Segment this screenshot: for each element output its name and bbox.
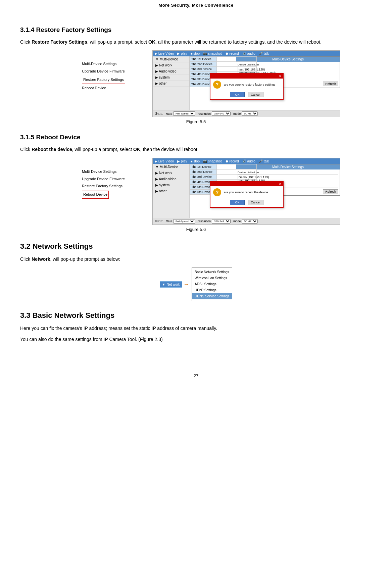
label-reboot-box: Reboot Device xyxy=(82,191,125,199)
table-row: The 3rd Device xyxy=(190,174,257,179)
left-labels-55: Multi-Device Settings Upgrade Device Fir… xyxy=(82,60,125,92)
sidebar-multi-device-56: ▼ Multi-Device xyxy=(153,164,189,170)
toolbar-livevideo-56: ▶ Live Video xyxy=(155,159,174,163)
net-sidebar-button: ▼ Net work xyxy=(160,281,182,288)
radio-btn-55: ⦿ □ □ xyxy=(155,112,163,115)
refresh-btn-55[interactable]: Refresh xyxy=(323,82,338,86)
section-314-para: Click Restore Factory Settings, will pop… xyxy=(20,38,372,46)
bold-reboot: Reboot the device xyxy=(32,147,72,152)
radio-btn-56: ⦿ □ □ xyxy=(155,219,163,223)
net-menu-upnp[interactable]: UPnP Settings xyxy=(192,287,232,293)
confirm-body-56: ? are you sure to reboot the device xyxy=(210,186,283,198)
resolution-select-55[interactable]: 320*240 xyxy=(212,111,231,116)
bold-restore: Restore Factory Settings xyxy=(32,39,87,45)
table-row: The 1st Device xyxy=(190,57,257,62)
confirm-close-icon-55[interactable]: ✕ xyxy=(279,75,282,78)
screenshot-56: Multi-Device Settings Upgrade Device Fir… xyxy=(82,158,310,225)
header-title: More Security, More Convenience xyxy=(0,0,392,10)
dev-label-56-2: The 2nd Device xyxy=(190,169,217,174)
mode-row-56: mode 50 HZ xyxy=(233,219,258,224)
section-33-para1: Here you can fix the camera's IP address… xyxy=(20,325,372,332)
confirm-close-icon-56[interactable]: ✕ xyxy=(279,182,282,186)
page-number: 27 xyxy=(0,373,392,378)
label-upgrade-56: Upgrade Device Firmware xyxy=(82,176,125,183)
confirm-warning-icon-55: ? xyxy=(213,81,221,89)
net-sidebar-label: Net work xyxy=(167,283,180,286)
toolbar-talk-56: 🎤 talk xyxy=(259,159,269,163)
refresh-btn-56[interactable]: Refresh xyxy=(323,189,338,194)
confirm-ok-btn-56[interactable]: OK xyxy=(230,200,244,205)
toolbar-55: ▶ Live Video ▶ play ■ stop 📷 snapshot ⏺ … xyxy=(153,51,340,56)
bold-ok1: OK xyxy=(148,39,155,45)
toolbar-play: ▶ play xyxy=(177,52,187,55)
toolbar-record: ⏺ record xyxy=(225,52,239,55)
net-menu-ddns[interactable]: DDNS Service Settings xyxy=(192,293,232,299)
table-row: The 2nd Device xyxy=(190,62,257,67)
net-menu-basic[interactable]: Basic Network Settings xyxy=(192,269,232,275)
section-32-para: Click Network, will pop-up the prompt as… xyxy=(20,255,372,263)
restore-factory-label: Restore Factory Settings xyxy=(82,76,125,84)
ui-screenshot-56: ▶ Live Video ▶ play ■ stop 📷 snapshot ⏺ … xyxy=(152,158,340,225)
confirm-message-56: are you sure to reboot the device xyxy=(224,191,268,194)
confirm-cancel-btn-55[interactable]: Cancel xyxy=(248,92,263,97)
dev-val-1 xyxy=(217,57,257,62)
toolbar-audio: 🔊 audio xyxy=(242,52,255,55)
dev-val-56-1 xyxy=(217,164,257,169)
confirm-body-55: ? are you sure to restore factory settin… xyxy=(210,79,283,91)
sidebar-audio: ▶ Audio video xyxy=(153,68,189,75)
confirm-btns-55: OK Cancel xyxy=(210,91,283,99)
screenshot-55: Multi-Device Settings Upgrade Device Fir… xyxy=(82,50,310,117)
rate-row-56: Rate Full-Speed xyxy=(166,219,195,224)
figure-55-container: Multi-Device Settings Upgrade Device Fir… xyxy=(20,50,372,124)
sidebar-other-55: ▶ other xyxy=(153,81,189,87)
mode-select-55[interactable]: 50 HZ xyxy=(242,111,258,116)
left-labels-56: Multi-Device Settings Upgrade Device Fir… xyxy=(82,168,125,199)
mode-select-56[interactable]: 50 HZ xyxy=(242,219,258,224)
rate-label-56: Rate xyxy=(166,219,172,223)
toolbar-snapshot-56: 📷 snapshot xyxy=(203,159,222,163)
toolbar-snapshot: 📷 snapshot xyxy=(203,52,222,55)
content-area-55: Multi-Device Settings Device List in Lan… xyxy=(190,56,340,110)
arrow-right-icon: → xyxy=(184,281,189,287)
toolbar-talk: 🎤 talk xyxy=(259,52,269,55)
resolution-select-56[interactable]: 320*243 xyxy=(212,219,231,224)
page-header: More Security, More Convenience xyxy=(0,0,392,10)
rate-label-55: Rate xyxy=(166,112,172,115)
confirm-dialog-55: ✕ ? are you sure to restore factory sett… xyxy=(210,73,284,100)
toolbar-stop-56: ■ stop xyxy=(190,159,200,163)
section-314-heading: 3.1.4 Restore Factory Settings xyxy=(20,26,372,34)
sidebar-system-56: ▶ system xyxy=(153,182,189,188)
resolution-row-56: resolution 320*243 xyxy=(198,219,231,224)
label-multi-device-56: Multi-Device Settings xyxy=(82,168,125,176)
bottom-controls-56: ⦿ □ □ Rate Full-Speed resolution 320*243 xyxy=(153,218,340,225)
label-reboot-device: Reboot Device xyxy=(82,85,125,92)
figure-net-container: ▼ Net work → Basic Network Settings Wire… xyxy=(20,267,372,301)
mode-label-56: mode xyxy=(233,219,241,223)
dev-label-1: The 1st Device xyxy=(190,57,217,62)
confirm-btns-56: OK Cancel xyxy=(210,198,283,207)
toolbar-play-56: ▶ play xyxy=(177,159,187,163)
section-33-heading: 3.3 Basic Network Settings xyxy=(20,311,372,320)
bottom-controls-55: ⦿ □ □ Rate Full-Speed resolution 320*240 xyxy=(153,110,340,117)
toolbar-56: ▶ Live Video ▶ play ■ stop 📷 snapshot ⏺ … xyxy=(153,158,340,164)
rate-select-56[interactable]: Full-Speed xyxy=(173,219,195,224)
sidebar-multi-device: ▼ Multi-Device xyxy=(153,56,189,62)
table-row: The 2nd Device xyxy=(190,169,257,174)
rate-select-55[interactable]: Full-Speed xyxy=(173,111,195,116)
figure-56-container: Multi-Device Settings Upgrade Device Fir… xyxy=(20,158,372,232)
confirm-cancel-btn-56[interactable]: Cancel xyxy=(248,200,263,205)
sidebar-other-56: ▶ other xyxy=(153,188,189,194)
bold-ok2: OK xyxy=(133,147,140,152)
confirm-warning-icon-56: ? xyxy=(213,188,221,196)
section-33-para2: You can also do the same settings from I… xyxy=(20,336,372,343)
toolbar-record-56: ⏺ record xyxy=(225,159,239,163)
net-sidebar-area: ▼ Net work → xyxy=(160,281,190,288)
dev-label-56-1: The 1st Device xyxy=(190,164,217,169)
toolbar-stop: ■ stop xyxy=(190,52,200,55)
network-menu: Basic Network Settings Wireless Lan Sett… xyxy=(192,267,232,301)
confirm-ok-btn-55[interactable]: OK xyxy=(230,92,244,97)
net-menu-adsl[interactable]: ADSL Settings xyxy=(192,281,232,287)
net-menu-wireless[interactable]: Wireless Lan Settings xyxy=(192,275,232,281)
toolbar-livevideo: ▶ Live Video xyxy=(155,52,174,55)
dev-val-2 xyxy=(217,62,257,67)
